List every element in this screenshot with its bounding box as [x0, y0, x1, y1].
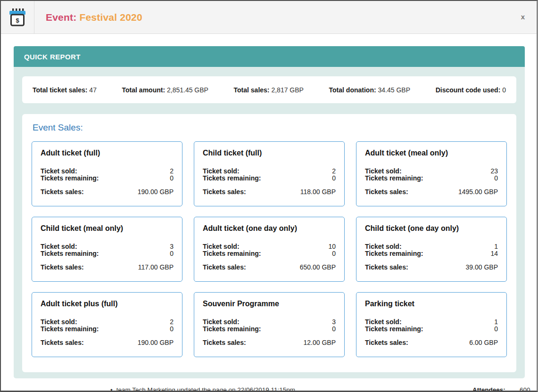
ticket-sold-label: Ticket sold:	[203, 168, 240, 175]
stat-label: Total ticket sales:	[33, 86, 87, 94]
tickets-remaining-value: 0	[332, 175, 336, 182]
tickets-sales-label: Tickets sales:	[41, 264, 84, 271]
stat-value: 47	[89, 86, 97, 94]
attendees-value: 600	[520, 386, 530, 392]
stat-label: Total sales:	[234, 86, 270, 94]
stat-label: Total amount:	[122, 86, 166, 94]
ticket-cards-grid: Adult ticket (full) Ticket sold:2 Ticket…	[32, 141, 507, 357]
ticket-card-child-meal-only: Child ticket (meal only) Ticket sold:3 T…	[32, 217, 182, 282]
ticket-sold-value: 1	[494, 318, 498, 326]
ticket-card-child-one-day: Child ticket (one day only) Ticket sold:…	[356, 217, 507, 282]
stat-total-ticket-sales: Total ticket sales: 47	[33, 86, 97, 94]
stat-value: 34.45 GBP	[378, 86, 411, 94]
stat-label: Discount code used:	[436, 86, 501, 94]
tickets-remaining-value: 0	[494, 175, 498, 182]
ticket-card-parking-ticket: Parking ticket Ticket sold:1 Tickets rem…	[356, 292, 507, 357]
quick-report-modal: QUICK REPORT Total ticket sales: 47 Tota…	[14, 46, 525, 378]
page-title-event-name: Festival 2020	[79, 12, 142, 23]
modal-header: $ Event: Festival 2020 x	[1, 1, 537, 34]
stat-discount-code-used: Discount code used: 0	[436, 86, 506, 94]
ticket-card-title: Child ticket (meal only)	[41, 224, 174, 233]
background-page-strip: •team Tech Marketing updated the page on…	[1, 378, 537, 392]
svg-text:$: $	[16, 17, 19, 24]
attendees-label: Attendees:	[472, 386, 505, 392]
stat-value: 2,817 GBP	[271, 86, 304, 94]
ticket-card-child-full: Child ticket (full) Ticket sold:2 Ticket…	[194, 141, 345, 206]
ticket-sold-value: 2	[170, 168, 174, 175]
ticket-card-title: Parking ticket	[365, 300, 498, 308]
ticket-card-title: Adult ticket plus (full)	[41, 300, 174, 308]
ticket-sold-value: 3	[332, 318, 336, 326]
ticket-sold-label: Ticket sold:	[41, 243, 77, 250]
tickets-remaining-label: Tickets remaining:	[41, 250, 99, 257]
tickets-sales-label: Tickets sales:	[203, 339, 246, 346]
tickets-remaining-label: Tickets remaining:	[365, 175, 423, 182]
quick-report-banner-label: QUICK REPORT	[24, 53, 81, 61]
ticket-card-title: Child ticket (full)	[203, 149, 336, 157]
ticket-sold-label: Ticket sold:	[365, 318, 402, 326]
ticket-sold-label: Ticket sold:	[365, 243, 402, 250]
tickets-sales-value: 39.00 GBP	[466, 264, 498, 271]
close-icon[interactable]: x	[521, 13, 525, 20]
calendar-dollar-icon: $	[9, 8, 26, 27]
tickets-sales-label: Tickets sales:	[41, 339, 84, 346]
event-sales-panel: Event Sales: Adult ticket (full) Ticket …	[22, 114, 516, 372]
ticket-sold-value: 2	[332, 168, 336, 175]
ticket-sold-value: 10	[328, 243, 336, 250]
background-activity-text: team Tech Marketing updated the page on …	[116, 386, 295, 392]
ticket-sold-label: Ticket sold:	[203, 243, 240, 250]
page-title: Event: Festival 2020	[46, 12, 142, 23]
summary-stats-bar: Total ticket sales: 47 Total amount: 2,8…	[22, 76, 516, 103]
page-title-prefix: Event:	[46, 12, 76, 23]
tickets-sales-value: 6.00 GBP	[469, 339, 498, 346]
tickets-remaining-label: Tickets remaining:	[41, 175, 99, 182]
tickets-sales-value: 650.00 GBP	[300, 264, 336, 271]
event-report-window: $ Event: Festival 2020 x QUICK REPORT To…	[0, 0, 538, 392]
bullet-icon: •	[110, 386, 113, 392]
stat-total-amount: Total amount: 2,851.45 GBP	[122, 86, 208, 94]
event-sales-heading: Event Sales:	[33, 122, 507, 133]
tickets-sales-value: 190.00 GBP	[138, 339, 174, 346]
tickets-remaining-label: Tickets remaining:	[41, 326, 99, 333]
ticket-card-title: Adult ticket (full)	[41, 149, 174, 157]
ticket-sold-value: 2	[170, 318, 174, 326]
tickets-remaining-label: Tickets remaining:	[203, 326, 261, 333]
quick-report-body: Total ticket sales: 47 Total amount: 2,8…	[14, 67, 525, 378]
ticket-card-adult-one-day: Adult ticket (one day only) Ticket sold:…	[194, 217, 345, 282]
ticket-sold-value: 3	[170, 243, 174, 250]
tickets-remaining-value: 0	[332, 326, 336, 333]
tickets-sales-label: Tickets sales:	[365, 188, 408, 196]
tickets-remaining-value: 0	[332, 250, 336, 257]
tickets-sales-value: 190.00 GBP	[138, 188, 174, 196]
tickets-sales-value: 12.00 GBP	[304, 339, 336, 346]
tickets-sales-value: 1495.00 GBP	[458, 188, 498, 196]
ticket-sold-label: Ticket sold:	[203, 318, 240, 326]
ticket-card-title: Adult ticket (meal only)	[365, 149, 498, 157]
tickets-remaining-value: 0	[170, 250, 174, 257]
ticket-sold-value: 1	[494, 243, 498, 250]
tickets-sales-label: Tickets sales:	[203, 264, 246, 271]
icon-box: $	[1, 1, 34, 33]
tickets-remaining-label: Tickets remaining:	[203, 250, 261, 257]
ticket-sold-label: Ticket sold:	[365, 168, 402, 175]
ticket-sold-label: Ticket sold:	[41, 318, 77, 326]
stat-value: 2,851.45 GBP	[167, 86, 208, 94]
stat-total-sales: Total sales: 2,817 GBP	[234, 86, 304, 94]
tickets-remaining-value: 0	[494, 326, 498, 333]
ticket-card-adult-meal-only: Adult ticket (meal only) Ticket sold:23 …	[356, 141, 507, 206]
tickets-sales-label: Tickets sales:	[203, 188, 246, 196]
tickets-remaining-label: Tickets remaining:	[365, 326, 423, 333]
ticket-card-title: Child ticket (one day only)	[365, 224, 498, 233]
tickets-remaining-label: Tickets remaining:	[365, 250, 423, 257]
tickets-remaining-label: Tickets remaining:	[203, 175, 261, 182]
tickets-sales-value: 118.00 GBP	[300, 188, 336, 196]
ticket-sold-value: 23	[490, 168, 498, 175]
tickets-remaining-value: 0	[170, 326, 174, 333]
stat-label: Total donation:	[329, 86, 376, 94]
stat-value: 0	[502, 86, 506, 94]
tickets-remaining-value: 14	[490, 250, 498, 257]
ticket-card-title: Adult ticket (one day only)	[203, 224, 336, 233]
tickets-sales-label: Tickets sales:	[41, 188, 84, 196]
quick-report-banner: QUICK REPORT	[14, 46, 525, 67]
tickets-remaining-value: 0	[170, 175, 174, 182]
